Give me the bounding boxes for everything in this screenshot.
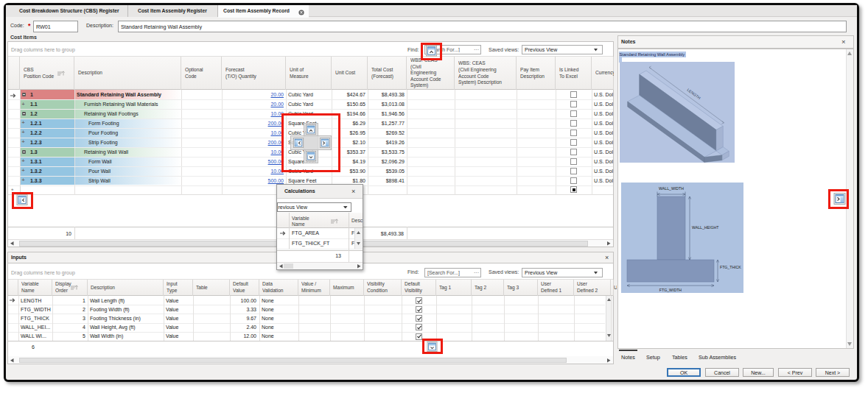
svg-text:FTG_THICK: FTG_THICK	[720, 265, 741, 269]
svg-text:WALL_WIDTH: WALL_WIDTH	[659, 186, 684, 191]
svg-text:FTG_WIDTH: FTG_WIDTH	[659, 288, 682, 292]
svg-text:WALL_HEIGHT: WALL_HEIGHT	[692, 225, 719, 230]
